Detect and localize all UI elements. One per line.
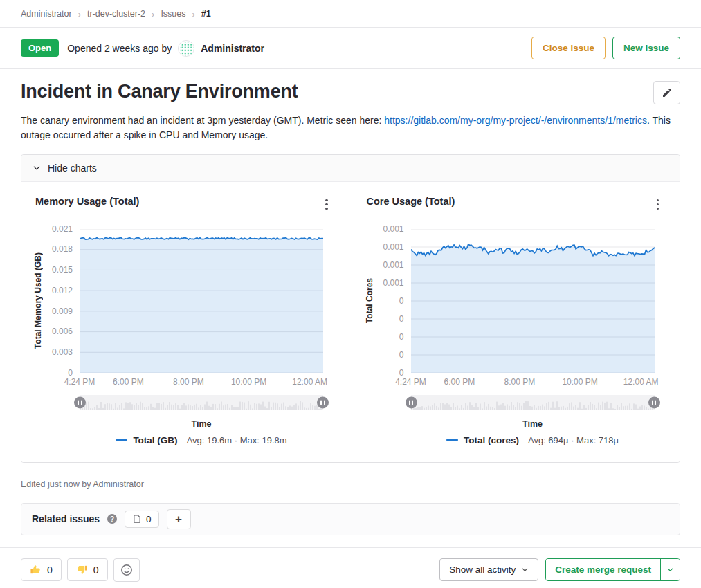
avatar-identicon bbox=[179, 41, 194, 57]
hide-charts-toggle[interactable]: Hide charts bbox=[21, 155, 680, 182]
y-axis: Total Cores 0.0010.0010.0010.00100000 bbox=[367, 229, 411, 373]
breadcrumb-project[interactable]: tr-dev-cluster-2 bbox=[87, 9, 145, 19]
thumbs-up-button[interactable]: 0 bbox=[21, 558, 62, 581]
slider-track[interactable] bbox=[80, 395, 323, 410]
x-tick-labels: 4:24 PM6:00 PM8:00 PM10:00 PM12:00 AM bbox=[411, 377, 655, 388]
related-issues-widget: Related issues ? 0 + bbox=[21, 503, 680, 535]
chart-legend[interactable]: Total (cores) Avg: 694µ · Max: 718µ bbox=[411, 435, 655, 445]
breadcrumb-administrator[interactable]: Administrator bbox=[21, 9, 72, 19]
x-tick-labels: 4:24 PM6:00 PM8:00 PM10:00 PM12:00 AM bbox=[80, 377, 323, 388]
thumbs-up-count: 0 bbox=[47, 564, 53, 576]
legend-series-name: Total (cores) bbox=[464, 435, 519, 445]
help-icon[interactable]: ? bbox=[107, 514, 117, 524]
issue-footer: 0 0 Show all activity bbox=[0, 548, 701, 588]
title-row: Incident in Canary Environment bbox=[0, 69, 701, 104]
chart-legend[interactable]: Total (GB) Avg: 19.6m · Max: 19.8m bbox=[80, 435, 323, 445]
slider-handle-right[interactable] bbox=[648, 396, 660, 408]
chart-plot-area: Total Cores 0.0010.0010.0010.00100000 4:… bbox=[367, 229, 666, 445]
issue-status-bar: Open Opened 2 weeks ago by Administrator… bbox=[0, 28, 701, 68]
legend-stats: Avg: 694µ · Max: 718µ bbox=[528, 435, 619, 445]
edited-note: Edited just now by Administrator bbox=[0, 463, 701, 489]
charts-body: Memory Usage (Total) Total Memory Used (… bbox=[21, 182, 680, 462]
chart-title: Core Usage (Total) bbox=[367, 196, 455, 207]
area-chart-canvas[interactable] bbox=[80, 229, 323, 373]
description-text: The canary environment had an incident a… bbox=[21, 115, 384, 126]
new-issue-button[interactable]: New issue bbox=[612, 37, 680, 59]
chevron-down-icon bbox=[666, 566, 674, 573]
thumbs-down-count: 0 bbox=[93, 564, 99, 576]
x-axis-label: Time bbox=[80, 419, 323, 429]
pencil-icon bbox=[662, 87, 673, 98]
y-axis-label: Total Memory Used (GB) bbox=[33, 252, 43, 349]
chevron-down-icon bbox=[521, 566, 529, 573]
time-range-slider[interactable] bbox=[80, 395, 323, 410]
breadcrumb: Administrator › tr-dev-cluster-2 › Issue… bbox=[0, 0, 701, 27]
page-title: Incident in Canary Environment bbox=[21, 81, 298, 102]
metrics-link[interactable]: https://gitlab.com/my-org/my-project/-/e… bbox=[384, 115, 647, 126]
related-issues-label: Related issues bbox=[32, 513, 100, 524]
y-axis-label: Total Cores bbox=[365, 278, 374, 323]
legend-swatch bbox=[446, 439, 458, 441]
status-actions: Close issue New issue bbox=[531, 37, 680, 59]
create-merge-request-split-button: Create merge request bbox=[545, 558, 680, 581]
thumbs-down-icon bbox=[76, 564, 88, 576]
breadcrumb-issues[interactable]: Issues bbox=[161, 9, 185, 19]
close-issue-button[interactable]: Close issue bbox=[531, 37, 606, 59]
add-related-issue-button[interactable]: + bbox=[167, 509, 191, 529]
related-issues-count-badge: 0 bbox=[125, 511, 159, 528]
opened-text: Opened 2 weeks ago by bbox=[67, 43, 172, 54]
slider-handle-left[interactable] bbox=[74, 396, 86, 408]
chart-menu-kebab-icon[interactable] bbox=[653, 196, 663, 213]
issue-description: The canary environment had an incident a… bbox=[0, 104, 701, 143]
breadcrumb-issue-number: #1 bbox=[201, 9, 211, 19]
breadcrumb-separator-icon: › bbox=[192, 10, 195, 19]
memory-usage-chart: Memory Usage (Total) Total Memory Used (… bbox=[35, 196, 335, 445]
legend-swatch bbox=[116, 439, 127, 441]
activity-filter-dropdown[interactable]: Show all activity bbox=[439, 558, 538, 581]
chart-plot-area: Total Memory Used (GB) 0.0210.0180.0150.… bbox=[35, 229, 335, 445]
slider-handle-right[interactable] bbox=[317, 396, 329, 408]
issue-page: Administrator › tr-dev-cluster-2 › Issue… bbox=[0, 0, 701, 588]
hide-charts-label: Hide charts bbox=[48, 163, 97, 174]
activity-filter-label: Show all activity bbox=[449, 564, 516, 575]
x-axis-label: Time bbox=[411, 419, 655, 429]
issue-icon bbox=[132, 514, 142, 524]
legend-series-name: Total (GB) bbox=[133, 435, 177, 445]
status-badge: Open bbox=[21, 39, 59, 57]
related-issues-count: 0 bbox=[146, 514, 152, 524]
footer-actions: Show all activity Create merge request bbox=[439, 558, 680, 581]
legend-stats: Avg: 19.6m · Max: 19.8m bbox=[187, 435, 287, 445]
author-name[interactable]: Administrator bbox=[201, 43, 264, 54]
add-reaction-button[interactable] bbox=[113, 558, 140, 582]
thumbs-up-icon bbox=[30, 564, 42, 576]
breadcrumb-separator-icon: › bbox=[152, 10, 154, 19]
y-axis: Total Memory Used (GB) 0.0210.0180.0150.… bbox=[35, 229, 80, 373]
area-chart-canvas[interactable] bbox=[411, 229, 655, 373]
edit-title-button[interactable] bbox=[653, 81, 680, 104]
avatar[interactable] bbox=[178, 40, 194, 57]
thumbs-down-button[interactable]: 0 bbox=[67, 558, 108, 581]
smiley-icon bbox=[120, 564, 133, 576]
chart-menu-kebab-icon[interactable] bbox=[321, 196, 331, 213]
slider-track[interactable] bbox=[411, 395, 655, 410]
create-merge-request-button[interactable]: Create merge request bbox=[546, 559, 660, 580]
chevron-down-icon bbox=[33, 164, 41, 172]
slider-handle-left[interactable] bbox=[406, 396, 417, 408]
metrics-charts-panel: Hide charts Memory Usage (Total) Total M… bbox=[21, 154, 680, 463]
time-range-slider[interactable] bbox=[411, 395, 655, 410]
core-usage-chart: Core Usage (Total) Total Cores 0.0010.00… bbox=[367, 196, 666, 445]
create-merge-request-dropdown[interactable] bbox=[660, 559, 680, 580]
breadcrumb-separator-icon: › bbox=[78, 10, 81, 19]
chart-title: Memory Usage (Total) bbox=[35, 196, 139, 207]
